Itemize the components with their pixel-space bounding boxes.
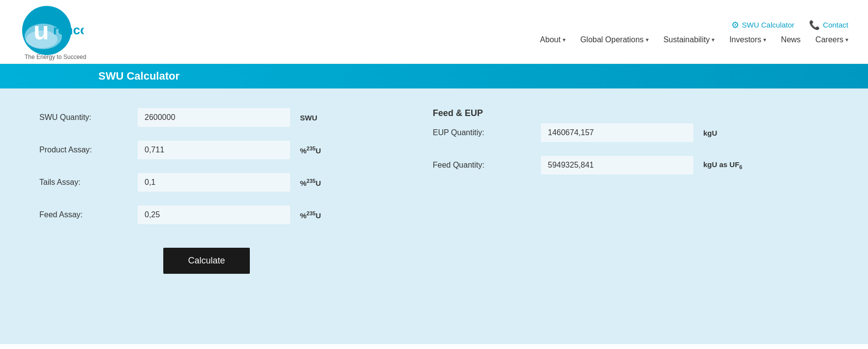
nav-item-careers[interactable]: Careers ▾ [815,35,848,44]
swu-quantity-input[interactable] [138,108,290,127]
site-header: u renco The Energy to Succeed ⚙ SWU Calc… [0,0,868,64]
calculate-button[interactable]: Calculate [163,248,249,274]
chevron-down-icon: ▾ [646,36,649,43]
logo-svg[interactable]: u renco [20,3,84,58]
feed-assay-input[interactable] [138,205,290,224]
eup-quantity-row: EUP Quantitiy: kgU [433,123,742,142]
svg-text:renco: renco [53,23,84,37]
nav-label-careers: Careers [815,35,843,44]
nav-item-global-ops[interactable]: Global Operations ▾ [580,35,649,44]
chevron-down-icon: ▾ [845,36,848,43]
chevron-down-icon: ▾ [563,36,566,43]
swu-quantity-label: SWU Quantity: [39,113,128,122]
chevron-down-icon: ▾ [763,36,766,43]
nav-item-investors[interactable]: Investors ▾ [729,35,766,44]
left-panel: SWU Quantity: SWU Product Assay: %235U T… [39,108,374,274]
eup-quantity-input[interactable] [541,123,693,142]
nav-label-investors: Investors [729,35,761,44]
product-assay-unit: %235U [300,145,321,155]
nav-item-about[interactable]: About ▾ [540,35,566,44]
tails-assay-row: Tails Assay: %235U [39,173,374,192]
tails-assay-unit: %235U [300,178,321,187]
feed-assay-row: Feed Assay: %235U [39,205,374,224]
main-nav: About ▾ Global Operations ▾ Sustainabili… [540,35,848,44]
swu-calculator-label: SWU Calculator [742,21,795,29]
contact-label: Contact [823,21,848,29]
product-assay-row: Product Assay: %235U [39,141,374,159]
calculator-grid: SWU Quantity: SWU Product Assay: %235U T… [39,108,829,274]
phone-icon: 📞 [809,20,820,30]
nav-label-sustainability: Sustainability [663,35,710,44]
eup-quantity-unit: kgU [703,129,717,137]
tails-assay-input[interactable] [138,173,290,192]
product-assay-label: Product Assay: [39,145,128,154]
feed-quantity-unit: kgU as UF6 [703,160,742,170]
swu-quantity-unit: SWU [300,114,317,122]
nav-label-news: News [781,35,801,44]
page-banner: SWU Calculator [0,64,868,88]
feed-quantity-input[interactable] [541,156,693,174]
swu-quantity-row: SWU Quantity: SWU [39,108,374,127]
chevron-down-icon: ▾ [712,36,715,43]
nav-label-about: About [540,35,561,44]
calculator-section: SWU Quantity: SWU Product Assay: %235U T… [0,88,868,344]
svg-text:u: u [33,16,49,45]
calculator-icon: ⚙ [731,20,739,30]
contact-link[interactable]: 📞 Contact [809,20,848,30]
header-right: ⚙ SWU Calculator 📞 Contact About ▾ Globa… [540,20,848,44]
feed-quantity-row: Feed Quantity: kgU as UF6 [433,156,742,174]
top-utilities: ⚙ SWU Calculator 📞 Contact [731,20,848,30]
banner-title: SWU Calculator [98,70,180,83]
nav-item-sustainability[interactable]: Sustainability ▾ [663,35,715,44]
nav-label-global-ops: Global Operations [580,35,644,44]
product-assay-input[interactable] [138,141,290,159]
feed-assay-unit: %235U [300,210,321,220]
right-section-title: Feed & EUP [433,108,742,118]
feed-quantity-label: Feed Quantity: [433,161,531,170]
tails-assay-label: Tails Assay: [39,178,128,187]
nav-item-news[interactable]: News [781,35,801,44]
right-panel: Feed & EUP EUP Quantitiy: kgU Feed Quant… [433,108,742,274]
feed-assay-label: Feed Assay: [39,210,128,219]
calculate-button-wrapper: Calculate [39,243,374,274]
feed-eup-section: Feed & EUP EUP Quantitiy: kgU Feed Quant… [433,108,742,174]
eup-quantity-label: EUP Quantitiy: [433,128,531,137]
swu-calculator-link[interactable]: ⚙ SWU Calculator [731,20,795,30]
logo-area: u renco The Energy to Succeed [20,3,86,60]
